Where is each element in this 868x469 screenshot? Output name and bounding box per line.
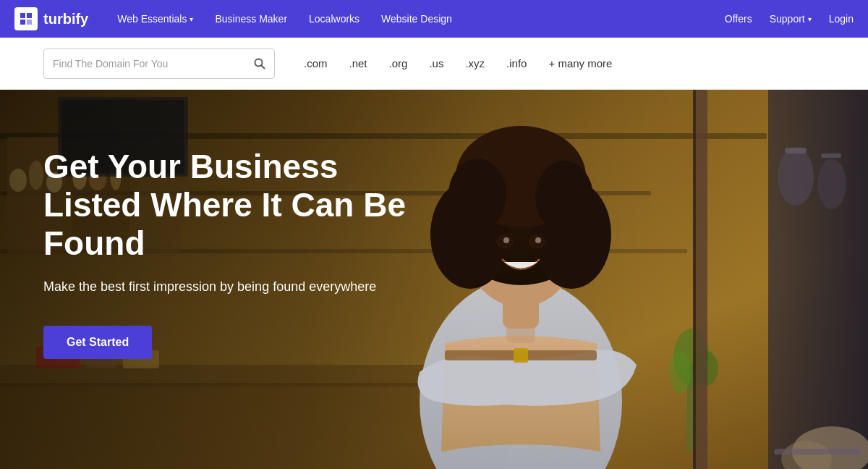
domain-extensions: .com .net .org .us .xyz .info + many mor… (304, 57, 825, 69)
search-icon (254, 58, 265, 69)
ext-more: + many more (548, 57, 612, 69)
ext-org: .org (389, 57, 408, 69)
svg-rect-0 (20, 13, 25, 18)
search-button[interactable] (254, 58, 265, 69)
svg-rect-1 (27, 13, 32, 18)
chevron-down-icon: ▾ (190, 15, 193, 23)
svg-rect-55 (514, 348, 528, 363)
svg-line-5 (262, 65, 265, 68)
nav-support[interactable]: Support ▾ (770, 13, 812, 25)
hero-subtitle: Make the best first impression by being … (43, 277, 420, 297)
search-area: .com .net .org .us .xyz .info + many mor… (0, 38, 868, 90)
nav-offers[interactable]: Offers (725, 13, 752, 25)
search-box (43, 48, 275, 79)
hero-title: Get Your Business Listed Where It Can Be… (43, 148, 420, 263)
chevron-down-icon: ▾ (808, 15, 812, 23)
svg-point-51 (503, 237, 509, 243)
ext-xyz: .xyz (465, 57, 485, 69)
navbar: turbify Web Essentials ▾ Business Maker … (0, 0, 868, 38)
nav-business-maker[interactable]: Business Maker (215, 13, 287, 25)
brand-icon (14, 7, 38, 30)
nav-login[interactable]: Login (829, 13, 854, 25)
ext-com: .com (304, 57, 328, 69)
svg-rect-2 (20, 20, 25, 25)
search-input[interactable] (53, 58, 248, 69)
get-started-button[interactable]: Get Started (43, 326, 152, 359)
hero-content: Get Your Business Listed Where It Can Be… (0, 90, 463, 417)
nav-web-essentials[interactable]: Web Essentials ▾ (117, 13, 193, 25)
svg-point-52 (535, 237, 541, 243)
ext-us: .us (429, 57, 443, 69)
brand-name: turbify (43, 11, 88, 28)
ext-info: .info (506, 57, 527, 69)
ext-net: .net (349, 57, 367, 69)
nav-right: Offers Support ▾ Login (725, 13, 854, 25)
svg-rect-3 (27, 20, 32, 25)
svg-rect-53 (506, 285, 535, 343)
scrollbar-hint (774, 449, 861, 455)
svg-point-48 (535, 161, 593, 233)
nav-localworks[interactable]: Localworks (309, 13, 359, 25)
brand-logo[interactable]: turbify (14, 7, 88, 30)
nav-website-design[interactable]: Website Design (381, 13, 452, 25)
hero-section: Get Your Business Listed Where It Can Be… (0, 90, 868, 469)
